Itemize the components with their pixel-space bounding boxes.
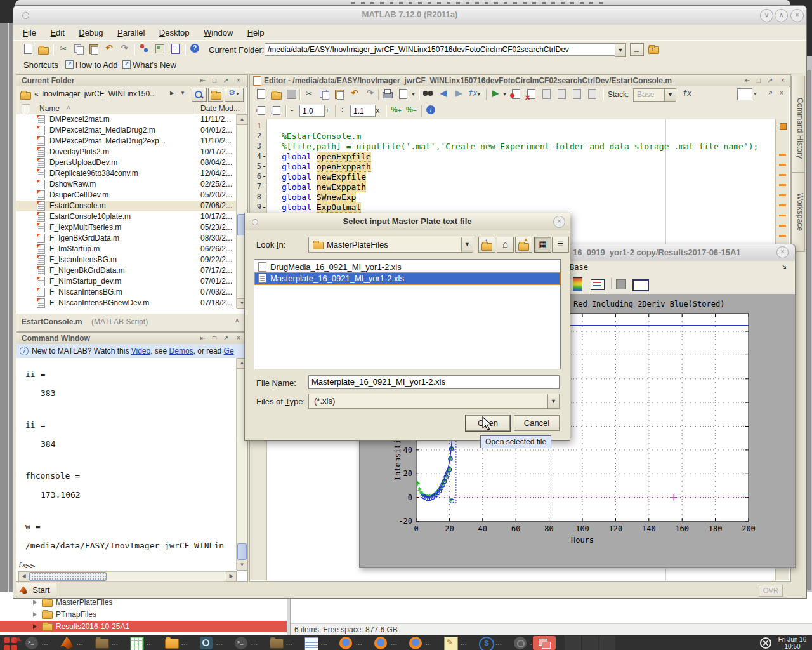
new-folder-button[interactable]: ✶ <box>515 237 532 253</box>
mlint-mark[interactable] <box>779 215 786 216</box>
table-row[interactable]: DshowRaw.m02/25/2... <box>16 179 237 190</box>
copy-icon[interactable] <box>318 88 330 100</box>
fx-icon[interactable]: fx <box>683 89 691 98</box>
table-row[interactable]: EstartConsole.m07/06/2... <box>16 201 237 211</box>
look-in-combo[interactable]: MasterPlateFiles ▼ <box>308 237 473 253</box>
hold-icon[interactable] <box>616 279 626 289</box>
taskbar-item[interactable]: ... <box>267 635 300 650</box>
continue-icon[interactable] <box>586 88 598 100</box>
taskbar-item[interactable]: ... <box>407 635 440 650</box>
figure-resize-icon[interactable]: ↘ <box>781 262 787 270</box>
minimize-button[interactable]: ∨ <box>760 9 773 22</box>
guide-icon[interactable] <box>154 43 166 55</box>
whats-new-icon[interactable]: ↗ <box>122 60 131 69</box>
mlint-mark[interactable] <box>779 164 786 166</box>
open-file-icon[interactable] <box>270 90 282 101</box>
divide-button[interactable]: ÷ <box>340 105 344 115</box>
insert-cell-icon[interactable]: + <box>255 105 266 116</box>
shortcut-whats-new[interactable]: What's New <box>133 60 176 70</box>
list-item[interactable]: Masterplate_16_0921_MI_yor1-2.xls <box>255 273 560 284</box>
step-in-icon[interactable] <box>556 88 567 100</box>
go-back-icon[interactable]: ◀ <box>438 88 449 99</box>
view-dropdown-icon[interactable]: ▼ <box>753 91 757 96</box>
close-editor-icon[interactable]: × <box>776 89 787 98</box>
step-icon[interactable] <box>540 88 552 100</box>
maximize-panel-icon[interactable]: □ <box>209 334 219 343</box>
address-dropdown-icon[interactable]: ▼ <box>180 90 185 96</box>
table-row[interactable]: F_ImStartup.m06/26/2... <box>16 244 237 255</box>
sort-ascending-icon[interactable]: △ <box>66 104 71 111</box>
editor-header[interactable]: Editor - /media/data/EASY/InovImager_jwr… <box>250 75 790 87</box>
scroll-left-icon[interactable]: ◀ <box>18 571 29 582</box>
decrease-font-button[interactable]: - <box>291 105 293 115</box>
maximize-button[interactable]: ∧ <box>775 9 788 22</box>
insert-cell-below-icon[interactable]: ↓ <box>270 105 282 116</box>
dialog-file-list[interactable]: DrugMedia_16_0921_MI_yor1-2.xlsMasterpla… <box>254 259 561 369</box>
grid-view-button[interactable]: ▦ <box>534 237 551 253</box>
up-one-level-button[interactable] <box>208 88 223 102</box>
editor-view-combo[interactable] <box>737 88 752 100</box>
code-line[interactable]: global SWnewExp <box>282 192 356 202</box>
cancel-button[interactable]: Cancel <box>514 415 560 431</box>
current-folder-header[interactable]: Current Folder ⇤ □ ↗ × <box>16 75 247 87</box>
home-button[interactable]: ⌂ <box>497 237 514 253</box>
close-panel-icon[interactable]: × <box>233 334 244 343</box>
mlint-mark[interactable] <box>779 194 786 196</box>
table-row[interactable]: DMPexcel2mat.m11/11/2... <box>16 114 237 125</box>
close-panel-icon[interactable]: × <box>233 76 244 85</box>
mlint-mark[interactable] <box>779 235 786 237</box>
clock[interactable]: Fri Jun 16 10:50 <box>774 636 811 650</box>
table-row[interactable]: F_NIscanIntensBG.m07/03/2... <box>16 287 237 298</box>
increase-percent-icon[interactable]: %₊ <box>391 105 402 114</box>
command-window-header[interactable]: Command Window ⇤ □ ↗ × <box>16 333 247 345</box>
collapse-details-icon[interactable]: ∧ <box>235 317 239 324</box>
undo-icon[interactable]: ↶ <box>349 88 360 99</box>
menu-file[interactable]: File <box>17 28 42 37</box>
scroll-right-icon[interactable]: ▶ <box>226 571 237 582</box>
console-prompt[interactable]: >> <box>25 561 36 570</box>
table-row[interactable]: DMPexcel2mat_MediaDrug2.m04/01/2... <box>16 125 237 136</box>
dock-icon[interactable]: ⇤ <box>742 76 752 85</box>
background-scrollbar[interactable] <box>807 70 811 590</box>
new-file-icon[interactable] <box>22 43 34 55</box>
menu-parallel[interactable]: Parallel <box>112 28 150 37</box>
how-to-add-icon[interactable]: ↗ <box>65 60 74 69</box>
step-out-icon[interactable] <box>571 88 582 100</box>
set-breakpoint-icon[interactable] <box>510 88 521 100</box>
divide-value-input[interactable]: 1.1 <box>350 105 376 117</box>
copy-icon[interactable] <box>73 43 84 55</box>
print-dropdown-icon[interactable]: ▼ <box>411 92 416 96</box>
function-browser-icon[interactable]: fx▼ <box>468 89 480 98</box>
scroll-up-icon[interactable]: ▲ <box>237 114 247 125</box>
open-file-icon[interactable] <box>37 44 49 56</box>
scrollbar-thumb[interactable] <box>237 543 247 560</box>
file-name-input[interactable]: Masterplate_16_0921_MI_yor1-2.xls <box>308 375 560 389</box>
shutter-icon[interactable] <box>760 637 771 649</box>
table-row[interactable]: DoverlayPlots2.m10/17/2... <box>16 147 237 157</box>
mlint-mark[interactable] <box>779 204 786 206</box>
address-prefix[interactable]: « <box>34 90 39 98</box>
menu-debug[interactable]: Debug <box>73 28 108 37</box>
menu-help[interactable]: Help <box>242 28 270 37</box>
dock-icon[interactable]: ⇤ <box>198 76 208 85</box>
launcher-icon[interactable] <box>4 637 10 643</box>
cut-icon[interactable]: ✂ <box>58 43 69 55</box>
path-dropdown-button[interactable]: ▼ <box>615 43 626 57</box>
start-button[interactable]: Start <box>16 583 56 597</box>
figure-close-button[interactable]: × <box>776 246 789 258</box>
taskbar-item[interactable]: ... <box>93 635 126 650</box>
undock-editor-icon[interactable]: ↗ <box>765 89 775 98</box>
list-view-button[interactable]: ☰ <box>552 237 569 253</box>
undock-icon[interactable]: ↗ <box>221 334 231 343</box>
run-icon[interactable]: ▶ <box>490 88 501 99</box>
taskbar-item[interactable]: ... <box>162 635 195 650</box>
date-column-header[interactable]: Date Mod... <box>200 104 240 113</box>
paste-icon[interactable] <box>88 43 100 55</box>
mlint-indicator[interactable] <box>780 123 787 130</box>
table-row[interactable]: F_NIscanIntensBGnewDev.m07/18/2... <box>16 298 237 308</box>
address-text[interactable]: InovImager_jwrCF_WINLinx150... <box>42 90 156 98</box>
getting-started-link[interactable]: Ge <box>224 347 234 355</box>
table-row[interactable]: F_IexpMultiTseries.m05/23/2... <box>16 222 237 233</box>
cell-info-icon[interactable]: i <box>426 105 435 114</box>
table-row[interactable]: F_NImStartup_dev.m07/01/2... <box>16 276 237 287</box>
